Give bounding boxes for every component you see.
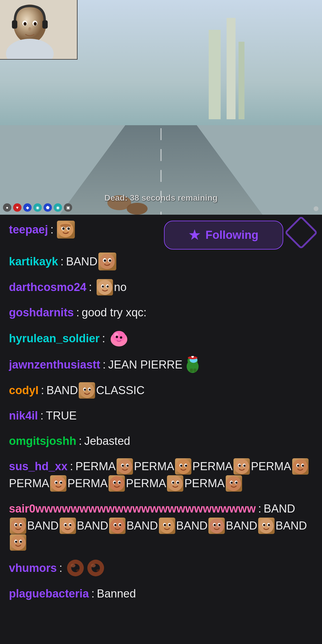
svg-point-75: [302, 465, 304, 467]
svg-rect-15: [42, 20, 48, 29]
chat-area: teepaej : ★ Following: [0, 215, 322, 644]
webcam-overlay: [0, 0, 78, 60]
svg-point-56: [117, 459, 132, 474]
chat-message-10: sus_hd_xx : PERMA PERMA PERMA PERMA PERM…: [9, 458, 313, 492]
svg-point-134: [76, 569, 80, 572]
svg-point-70: [243, 465, 245, 467]
svg-point-59: [122, 465, 124, 467]
svg-point-37: [106, 285, 109, 287]
svg-point-111: [160, 518, 174, 533]
svg-point-94: [231, 482, 233, 484]
svg-point-20: [34, 22, 37, 26]
svg-point-66: [234, 459, 249, 474]
emote-perma-2: [175, 458, 191, 475]
username-12: vhumors: [9, 560, 57, 577]
username-8: nik4il: [9, 407, 38, 424]
svg-point-42: [120, 336, 122, 339]
svg-point-25: [62, 227, 65, 230]
svg-point-39: [112, 331, 126, 342]
username-4: goshdarnits: [9, 304, 74, 321]
emote-perma-1: [117, 458, 133, 475]
chat-message-5: hyrulean_soldier :: [9, 329, 313, 347]
emote-xqc-3: [97, 279, 113, 295]
chat-header-row: teepaej : ★ Following: [9, 221, 313, 250]
username-9: omgitsjoshh: [9, 433, 76, 450]
svg-point-120: [218, 524, 220, 526]
emote-among-us: [184, 356, 202, 374]
svg-point-129: [15, 541, 17, 543]
emote-donut-2: [87, 559, 105, 577]
emote-donut-1: [66, 559, 84, 577]
chat-message-6: jawnzenthusiastt : JEAN PIERRE: [9, 356, 313, 374]
svg-point-33: [97, 280, 112, 295]
emote-xqc-2: [98, 253, 116, 270]
svg-point-125: [268, 524, 270, 526]
colon-1: :: [50, 221, 54, 238]
svg-point-105: [69, 524, 72, 526]
svg-rect-14: [12, 20, 17, 29]
svg-rect-2: [227, 18, 236, 119]
emote-band-6: [258, 518, 275, 534]
svg-point-71: [293, 459, 308, 474]
chat-message-7: codyI : BAND CLASSIC: [9, 382, 313, 399]
svg-point-10: [314, 206, 318, 211]
chat-message-12: vhumors :: [9, 559, 313, 577]
emote-perma-7: [167, 475, 183, 492]
svg-point-104: [65, 524, 67, 526]
svg-rect-3: [239, 42, 244, 119]
svg-point-137: [91, 564, 96, 567]
emote-band-7: [10, 534, 26, 551]
svg-point-101: [60, 518, 75, 533]
svg-point-85: [118, 482, 120, 484]
svg-point-89: [172, 482, 174, 484]
svg-point-41: [116, 336, 118, 338]
svg-point-55: [89, 388, 91, 391]
emote-perma-3: [233, 458, 250, 475]
emote-pink-blob: [110, 329, 128, 347]
username-10: sus_hd_xx: [9, 458, 67, 475]
hud-icon-5: ⬟: [44, 203, 52, 212]
hud-icon-2: ♥: [13, 203, 21, 212]
svg-point-32: [109, 259, 111, 262]
following-label: Following: [205, 229, 258, 242]
svg-point-115: [169, 524, 171, 526]
svg-point-100: [20, 524, 22, 526]
following-star-icon: ★: [189, 228, 200, 242]
svg-point-51: [80, 383, 95, 398]
svg-point-133: [71, 564, 75, 567]
chat-message-3: darthcosmo24 : no: [9, 279, 313, 296]
rotate-icon-container: [289, 221, 313, 244]
svg-point-81: [109, 476, 124, 491]
hud-icons: ● ♥ ◆ ◉ ⬟ ◉ ▣: [3, 203, 72, 212]
chat-message-9: omgitsjoshh : Jebasted: [9, 433, 313, 450]
username-6: jawnzenthusiastt: [9, 356, 100, 373]
svg-point-9: [127, 203, 148, 215]
chat-message-1: teepaej :: [9, 221, 164, 239]
hud-icon-4: ◉: [33, 203, 42, 212]
svg-rect-46: [190, 369, 193, 372]
emote-band-2: [60, 518, 76, 534]
emote-band-1: [10, 518, 26, 534]
svg-point-114: [164, 524, 166, 526]
svg-point-26: [67, 227, 70, 230]
username-1: teepaej: [9, 221, 48, 238]
webcam-video: [0, 0, 78, 60]
svg-point-60: [126, 465, 129, 467]
svg-point-31: [104, 259, 106, 262]
svg-point-19: [24, 22, 27, 26]
username-11: sair0wwwwwwwwwwwwwwwwwwwwwwwww: [9, 500, 256, 517]
emote-perma-8: [226, 475, 242, 492]
svg-point-27: [60, 224, 71, 227]
username-3: darthcosmo24: [9, 279, 86, 296]
svg-rect-1: [209, 30, 221, 119]
emote-xqc-1: [57, 221, 75, 239]
svg-point-86: [168, 476, 183, 491]
svg-point-69: [239, 465, 241, 467]
svg-point-130: [20, 541, 22, 543]
following-button[interactable]: ★ Following: [164, 221, 283, 250]
svg-point-65: [185, 465, 187, 467]
hud-icon-6: ◉: [54, 203, 62, 212]
emote-perma-5: [50, 475, 66, 492]
svg-rect-47: [193, 369, 196, 372]
svg-point-124: [263, 524, 265, 526]
